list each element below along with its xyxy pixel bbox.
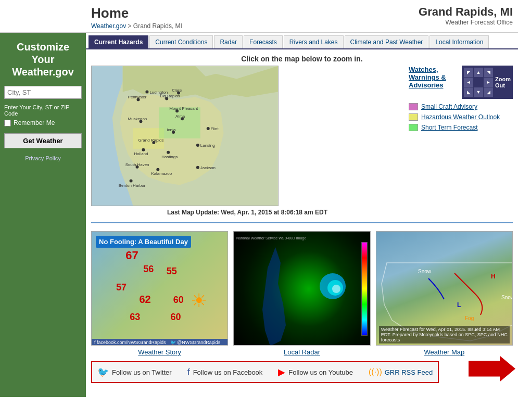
breadcrumb-location: Grand Rapids, MI (133, 22, 182, 30)
svg-point-27 (167, 151, 170, 154)
remember-me-label: Remember Me (14, 119, 55, 126)
map-click-label: Click on the map below to zoom in. (91, 55, 513, 63)
zoom-arrow-tr[interactable]: ◥ (484, 68, 493, 77)
remember-me-area: Remember Me (0, 117, 86, 129)
city-input[interactable] (4, 86, 82, 99)
temp-jackson: 60 (171, 312, 181, 323)
watches-warnings-link[interactable]: Watches, Warnings & Advisories (409, 66, 462, 89)
zoom-arrow-up[interactable]: ▲ (474, 68, 483, 77)
get-weather-button[interactable]: Get Weather (4, 133, 82, 148)
header-title-area: Home Weather.gov > Grand Rapids, MI (91, 5, 419, 30)
facebook-label: Follow us on Facebook (193, 368, 263, 376)
temp-mountpleasant: 55 (167, 266, 177, 277)
image-cards: No Fooling: A Beautiful Day 67 56 55 57 … (91, 231, 513, 356)
privacy-policy-link[interactable]: Privacy Policy (0, 155, 86, 161)
short-term-link[interactable]: Short Term Forecast (421, 124, 477, 131)
twitter-icon: 🐦 (97, 366, 109, 378)
svg-text:Muskegon: Muskegon (128, 117, 147, 121)
zoom-arrow-left[interactable]: ◄ (464, 78, 473, 87)
header-location: Grand Rapids, MI Weather Forecast Office (419, 5, 513, 26)
main-layout: Customize Your Weather.gov Enter Your Ci… (0, 33, 518, 397)
get-weather-area: Get Weather (0, 129, 86, 152)
weather-map-image[interactable]: Ludington Pentwater Clare Big Rapids Mou… (91, 66, 279, 206)
map-container: Ludington Pentwater Clare Big Rapids Mou… (91, 66, 403, 216)
svg-text:Mount Pleasant: Mount Pleasant (169, 106, 198, 111)
zoom-arrow-br[interactable]: ◢ (484, 87, 493, 97)
tab-current-hazards[interactable]: Current Hazards (89, 35, 148, 48)
ws-headline: No Fooling: A Beautiful Day (96, 236, 191, 248)
breadcrumb-separator: > (128, 22, 133, 30)
map-update-text: Last Map Update: Wed, Apr. 1, 2015 at 8:… (91, 209, 403, 216)
svg-text:Ionia: Ionia (167, 128, 176, 132)
svg-point-39 (332, 285, 340, 293)
zoom-arrow-bl[interactable]: ◣ (464, 87, 473, 97)
rss-label: GRR RSS Feed (385, 368, 433, 376)
youtube-label: Follow us on Youtube (288, 368, 353, 376)
zoom-arrow-tl[interactable]: ◤ (464, 68, 473, 77)
facebook-follow[interactable]: f Follow us on Facebook (187, 367, 263, 378)
ws-fb: f facebook.com/NWSGrandRapids (94, 340, 166, 345)
national-map-credit: Weather Forecast for Wed, Apr 01, 2015. … (379, 326, 510, 343)
svg-text:Snow: Snow (418, 269, 432, 274)
zoom-arrow-right[interactable]: ► (484, 78, 493, 87)
weather-story-image[interactable]: No Fooling: A Beautiful Day 67 56 55 57 … (91, 231, 228, 346)
svg-text:Lansing: Lansing (200, 143, 215, 148)
svg-text:Jackson: Jackson (200, 166, 216, 170)
svg-text:Snow: Snow (501, 295, 512, 300)
svg-point-19 (207, 127, 210, 130)
page-header: Home Weather.gov > Grand Rapids, MI Gran… (0, 0, 518, 33)
youtube-icon: ▶ (278, 366, 285, 378)
ws-tw: 🐦 @NWSGrandRapids (170, 340, 221, 345)
remember-me-checkbox[interactable] (4, 120, 11, 126)
svg-text:Big Rapids: Big Rapids (160, 94, 180, 98)
map-svg: Ludington Pentwater Clare Big Rapids Mou… (92, 66, 278, 206)
tab-current-conditions[interactable]: Current Conditions (149, 35, 213, 48)
tab-radar[interactable]: Radar (214, 35, 243, 48)
temp-ludington: 67 (125, 249, 138, 262)
temp-muskegon: 57 (116, 282, 127, 293)
red-arrow-decoration (469, 356, 515, 384)
weather-story-link[interactable]: Weather Story (138, 348, 181, 356)
svg-text:Grand Rapids: Grand Rapids (138, 138, 164, 143)
twitter-follow[interactable]: 🐦 Follow us on Twitter (97, 366, 172, 378)
weather-story-card: No Fooling: A Beautiful Day 67 56 55 57 … (91, 231, 228, 356)
tab-forecasts[interactable]: Forecasts (244, 35, 283, 48)
tab-climate-past[interactable]: Climate and Past Weather (345, 35, 429, 48)
ws-image-bg: No Fooling: A Beautiful Day 67 56 55 57 … (92, 232, 228, 346)
right-content: Current Hazards Current Conditions Radar… (86, 33, 518, 397)
breadcrumb-site-link[interactable]: Weather.gov (91, 22, 126, 30)
breadcrumb: Weather.gov > Grand Rapids, MI (91, 22, 419, 30)
section-divider (91, 222, 513, 223)
legend-color-hazardous (409, 113, 418, 121)
svg-text:Holland: Holland (134, 151, 148, 156)
rss-icon: ((·)) (369, 367, 382, 377)
hazardous-link[interactable]: Hazardous Weather Outlook (421, 113, 500, 121)
youtube-follow[interactable]: ▶ Follow us on Youtube (278, 366, 353, 378)
radar-display: National Weather Service WSD-88D Image (234, 232, 370, 346)
map-legend: Watches, Warnings & Advisories ◤ ▲ ◥ ◄ ► (409, 66, 513, 216)
local-radar-image[interactable]: National Weather Service WSD-88D Image (233, 231, 370, 346)
weather-map-card-image[interactable]: H L Snow Snow Fog Weather Forecast for W… (376, 231, 513, 346)
legend-item-hazardous: Hazardous Weather Outlook (409, 113, 513, 121)
rss-feed[interactable]: ((·)) GRR RSS Feed (369, 367, 433, 377)
local-radar-link[interactable]: Local Radar (284, 348, 320, 356)
svg-point-3 (145, 90, 148, 93)
temp-bigrapids: 56 (143, 264, 154, 275)
svg-text:South Haven: South Haven (125, 162, 149, 167)
small-craft-link[interactable]: Small Craft Advisory (421, 103, 477, 110)
tab-rivers-lakes[interactable]: Rivers and Lakes (284, 35, 344, 48)
sidebar-input-area (0, 83, 86, 101)
sun-icon: ☀ (191, 290, 207, 312)
radar-lake-svg: National Weather Service WSD-88D Image (234, 232, 370, 346)
content-area: Click on the map below to zoom in. (86, 49, 518, 397)
svg-point-25 (196, 144, 199, 147)
svg-text:Alma: Alma (175, 114, 185, 119)
weather-map-link[interactable]: Weather Map (424, 348, 464, 356)
national-map-display: H L Snow Snow Fog Weather Forecast for W… (376, 232, 512, 346)
svg-rect-2 (159, 107, 200, 138)
zoom-label: Zoom Out (495, 76, 511, 88)
legend-color-small-craft (409, 103, 418, 110)
zoom-arrow-down[interactable]: ▼ (474, 87, 483, 97)
tab-local-info[interactable]: Local Information (429, 35, 489, 48)
temp-lansing: 60 (173, 295, 184, 306)
